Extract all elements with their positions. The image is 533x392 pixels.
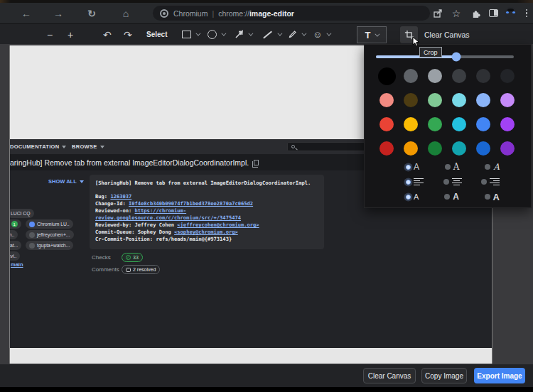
align-right-option[interactable] bbox=[481, 178, 500, 186]
extensions-button[interactable] bbox=[470, 3, 481, 23]
chip-reviewer-en[interactable]: en1 bbox=[10, 219, 21, 229]
copy-icon[interactable] bbox=[254, 160, 259, 165]
swatch-blue[interactable] bbox=[476, 117, 490, 131]
swatch-charcoal[interactable] bbox=[476, 69, 490, 83]
radio-selected-icon[interactable] bbox=[406, 180, 411, 185]
swatch-orange[interactable] bbox=[404, 141, 418, 156]
swatch-salmon[interactable] bbox=[379, 93, 394, 107]
radio-icon[interactable] bbox=[445, 164, 451, 170]
checks-badge[interactable]: ✓ 33 bbox=[122, 253, 143, 262]
change-id-link[interactable]: I0f4e8cb340b09074f7b1bed378ee2870a7c065d… bbox=[129, 200, 253, 207]
line-tool-button[interactable] bbox=[262, 24, 281, 45]
swatch-dark-blue[interactable] bbox=[476, 141, 490, 156]
chip-rin[interactable]: rin.. bbox=[10, 230, 18, 239]
chevron-down-icon[interactable] bbox=[327, 31, 332, 36]
swatch-dark-brown[interactable] bbox=[404, 93, 418, 107]
swatch-dark-red[interactable] bbox=[379, 141, 394, 156]
chip-tgupta-watch[interactable]: tgupta+watch... bbox=[26, 241, 73, 250]
undo-button[interactable]: ↶ bbox=[103, 24, 112, 45]
rectangle-tool-button[interactable] bbox=[182, 24, 199, 45]
copy-image-button[interactable]: Copy Image bbox=[421, 368, 467, 383]
font-sans-option[interactable]: A bbox=[406, 163, 419, 171]
radio-selected-icon[interactable] bbox=[406, 195, 411, 200]
text-tool-button-selected[interactable]: T bbox=[357, 26, 387, 43]
commit-queue-email-link[interactable]: <sophey@chromium.org> bbox=[174, 229, 238, 235]
swatch-green[interactable] bbox=[428, 117, 442, 131]
chevron-down-icon[interactable] bbox=[277, 31, 282, 36]
gerrit-nav-documentation[interactable]: DOCUMENTATION bbox=[10, 139, 66, 154]
ellipse-tool-button[interactable] bbox=[208, 24, 225, 45]
swatch-cyan[interactable] bbox=[452, 117, 466, 131]
reviewer-email-link[interactable]: <jeffreycohen@chromium.org> bbox=[177, 222, 259, 228]
swatch-red[interactable] bbox=[379, 117, 394, 131]
gerrit-nav-browse[interactable]: BROWSE bbox=[72, 139, 104, 154]
reviewed-on-link[interactable]: https://chromium- bbox=[135, 207, 187, 214]
pen-tool-button[interactable] bbox=[288, 24, 305, 45]
radio-icon[interactable] bbox=[443, 179, 449, 185]
chevron-down-icon[interactable] bbox=[248, 31, 253, 36]
radio-icon[interactable] bbox=[485, 164, 490, 170]
site-info-icon[interactable] bbox=[160, 9, 168, 18]
chevron-down-icon[interactable] bbox=[375, 31, 380, 36]
radio-icon[interactable] bbox=[481, 179, 487, 185]
swatch-light-purple[interactable] bbox=[500, 93, 515, 107]
chip-jeffreycohen[interactable]: jeffreycohen+... bbox=[26, 230, 74, 239]
swatch-light-gray[interactable] bbox=[428, 69, 442, 83]
swatch-light-green[interactable] bbox=[428, 93, 442, 107]
side-panel-button[interactable] bbox=[488, 3, 499, 23]
clear-canvas-button[interactable]: Clear Canvas bbox=[363, 368, 416, 383]
chip-wat[interactable]: wat... bbox=[10, 241, 21, 250]
swatch-yellow[interactable] bbox=[404, 117, 418, 131]
export-image-button[interactable]: Export Image bbox=[474, 368, 525, 383]
zoom-in-button[interactable]: + bbox=[68, 24, 73, 45]
align-center-option[interactable] bbox=[443, 178, 462, 186]
swatch-teal[interactable] bbox=[452, 141, 466, 156]
swatch-light-blue[interactable] bbox=[476, 93, 490, 107]
swatch-near-black[interactable] bbox=[500, 69, 515, 83]
chip-luci-cq[interactable]: LUCI CQ bbox=[10, 209, 34, 218]
chip-evi[interactable]: evi.. bbox=[10, 251, 20, 261]
swatch-light-cyan[interactable] bbox=[452, 93, 466, 107]
share-button[interactable] bbox=[432, 3, 443, 23]
weight-black-option[interactable]: A bbox=[485, 192, 500, 202]
swatch-dark-gray[interactable] bbox=[452, 69, 466, 83]
clear-canvas-toolbar-button[interactable]: Clear Canvas bbox=[424, 24, 470, 45]
swatch-dark-green[interactable] bbox=[428, 141, 442, 156]
profile-button[interactable] bbox=[504, 3, 517, 23]
branch-main-link[interactable]: main bbox=[11, 261, 23, 268]
home-button[interactable]: ⌂ bbox=[121, 3, 131, 23]
forward-button[interactable]: → bbox=[53, 3, 63, 23]
arrow-tool-button[interactable] bbox=[235, 24, 252, 45]
address-bar[interactable]: Chromium | chrome://image-editor bbox=[153, 6, 430, 21]
zoom-out-button[interactable]: − bbox=[47, 24, 53, 45]
weight-regular-option[interactable]: A bbox=[406, 193, 419, 201]
select-tool-button[interactable]: Select bbox=[146, 24, 167, 45]
chevron-down-icon[interactable] bbox=[221, 31, 226, 36]
swatch-gray[interactable] bbox=[404, 69, 418, 83]
chevron-down-icon[interactable] bbox=[195, 31, 200, 36]
swatch-dark-purple[interactable] bbox=[500, 141, 515, 156]
reviewed-on-link-2[interactable]: review.googlesource.com/c/chromium/src/+… bbox=[95, 214, 241, 221]
swatch-black-selected[interactable] bbox=[378, 67, 396, 85]
radio-selected-icon[interactable] bbox=[406, 165, 411, 170]
radio-icon[interactable] bbox=[485, 194, 490, 200]
weight-bold-option[interactable]: A bbox=[444, 192, 459, 201]
chevron-down-icon[interactable] bbox=[301, 31, 306, 36]
font-serif-option[interactable]: A bbox=[445, 163, 460, 171]
font-italic-option[interactable]: A bbox=[485, 163, 500, 171]
show-all-button[interactable]: SHOW ALL bbox=[48, 178, 84, 185]
reload-button[interactable]: ↻ bbox=[87, 3, 97, 23]
slider-thumb[interactable] bbox=[451, 52, 461, 61]
comments-badge[interactable]: 2 resolved bbox=[122, 265, 160, 274]
chip-chromium-luci[interactable]: Chromium LU.. bbox=[26, 219, 73, 229]
emoji-tool-button[interactable]: ☺ bbox=[313, 24, 330, 45]
redo-button[interactable]: ↷ bbox=[124, 24, 132, 45]
align-left-option[interactable] bbox=[406, 178, 424, 186]
size-slider[interactable] bbox=[376, 52, 514, 61]
swatch-purple[interactable] bbox=[500, 117, 515, 131]
browser-menu-button[interactable] bbox=[523, 3, 530, 23]
bookmark-button[interactable]: ☆ bbox=[451, 3, 462, 23]
bug-link[interactable]: 1263037 bbox=[110, 193, 131, 200]
radio-icon[interactable] bbox=[444, 194, 450, 200]
back-button[interactable]: ← bbox=[21, 3, 31, 23]
